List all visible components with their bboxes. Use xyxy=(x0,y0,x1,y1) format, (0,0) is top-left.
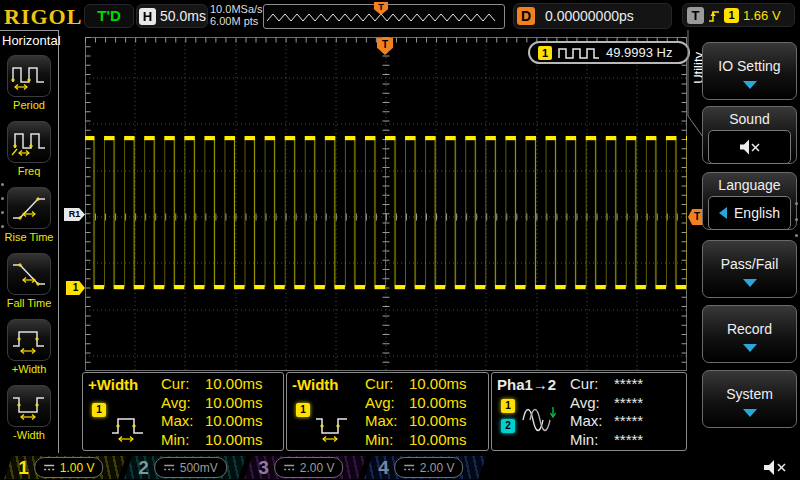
sample-rate: 10.0MSa/s xyxy=(210,3,263,15)
menu-item-rise-time[interactable]: Rise Time xyxy=(0,187,58,243)
softkey-record[interactable]: Record xyxy=(702,305,797,363)
acquisition-info: 10.0MSa/s 6.00M pts xyxy=(210,3,263,27)
menu-item-period[interactable]: Period xyxy=(0,55,58,111)
softkey-system[interactable]: System xyxy=(702,370,797,428)
softkey-sound[interactable]: Sound xyxy=(702,106,797,164)
channel1-badge: 1 xyxy=(501,399,515,413)
plus-width-icon xyxy=(111,413,147,443)
channel-4-scale: 2.00 V xyxy=(420,461,455,475)
timebase-value: 50.0ms xyxy=(160,8,206,24)
reference-r1-marker[interactable]: R1 xyxy=(64,208,85,221)
horizontal-measure-menu: Horizontal Period Freq xyxy=(0,30,59,453)
trigger-status-badge: T'D xyxy=(84,4,134,28)
left-menu-title: Horizontal xyxy=(0,31,58,48)
fall-time-icon xyxy=(11,260,47,288)
chevron-down-icon xyxy=(743,409,757,417)
trigger-level-marker[interactable]: T xyxy=(688,209,703,225)
measurement-panel-minus-width[interactable]: -Width 1 Cur:10.00ms Avg:10.00ms Max:10.… xyxy=(286,372,489,451)
chevron-left-icon xyxy=(719,207,727,219)
channel-3-status[interactable]: 3 2.00 V xyxy=(244,456,366,479)
dc-coupling-icon xyxy=(163,463,175,472)
channel-2-number: 2 xyxy=(138,457,149,479)
dc-coupling-icon xyxy=(43,463,55,472)
trigger-level-value: 1.66 V xyxy=(743,8,781,23)
freq-counter-value: 49.9993 Hz xyxy=(606,45,673,60)
speaker-muted-icon xyxy=(738,138,762,156)
channel-3-scale: 2.00 V xyxy=(300,461,335,475)
rising-edge-icon xyxy=(708,8,720,23)
plus-width-icon xyxy=(11,326,47,354)
trigger-source-badge: 1 xyxy=(724,8,739,23)
horizontal-timebase-display[interactable]: H 50.0ms xyxy=(136,4,208,28)
menu-item-fall-time[interactable]: Fall Time xyxy=(0,253,58,309)
channel-4-number: 4 xyxy=(378,457,389,479)
graticule-area xyxy=(85,37,687,371)
phase-icon xyxy=(520,403,558,433)
freq-counter-channel-badge: 1 xyxy=(538,46,552,60)
trigger-settings-display[interactable]: T 1 1.66 V xyxy=(682,3,795,27)
delay-value: 0.00000000ps xyxy=(545,8,634,24)
channel-3-number: 3 xyxy=(258,457,269,479)
trigger-icon: T xyxy=(687,7,704,24)
freq-icon xyxy=(11,128,47,156)
channel-1-number: 1 xyxy=(18,457,29,479)
channel1-badge: 1 xyxy=(92,403,106,417)
channel-2-status[interactable]: 2 500mV xyxy=(124,456,246,479)
speaker-muted-icon xyxy=(762,458,788,477)
channel-2-scale: 500mV xyxy=(180,461,218,475)
graticule xyxy=(85,37,687,371)
channel-1-scale: 1.00 V xyxy=(60,461,95,475)
chevron-down-icon xyxy=(743,344,757,352)
language-value: English xyxy=(734,205,780,221)
dc-coupling-icon xyxy=(403,463,415,472)
minus-width-icon xyxy=(11,392,47,420)
channel2-badge: 2 xyxy=(501,419,515,433)
channel1-badge: 1 xyxy=(296,403,310,417)
softkey-io-setting[interactable]: IO Setting xyxy=(702,42,797,100)
chevron-down-icon xyxy=(743,279,757,287)
dc-coupling-icon xyxy=(283,463,295,472)
channel1-waveform xyxy=(85,37,687,371)
channel-status-bar: 1 1.00 V 2 500mV xyxy=(0,455,800,480)
oscilloscope-screen: RIGOL T'D H 50.0ms 10.0MSa/s 6.00M pts T… xyxy=(0,0,800,480)
frequency-counter: 1 49.9993 Hz xyxy=(528,41,690,64)
rise-time-icon xyxy=(11,194,47,222)
left-menu-page-dots xyxy=(1,183,4,239)
menu-item-freq[interactable]: Freq xyxy=(0,121,58,177)
measurement-panel-phase[interactable]: Pha1→2 1 2 Cur:***** Avg:***** Max:*****… xyxy=(491,372,687,451)
softkey-language[interactable]: Language English xyxy=(702,172,797,230)
delay-display: D 0.00000000ps xyxy=(513,3,672,29)
menu-item-minus-width[interactable]: -Width xyxy=(0,385,58,441)
square-wave-icon xyxy=(558,46,600,60)
h-icon: H xyxy=(139,8,156,25)
delay-icon: D xyxy=(517,7,535,25)
channel1-ground-marker[interactable]: 1 xyxy=(66,281,85,295)
menu-item-plus-width[interactable]: +Width xyxy=(0,319,58,375)
chevron-down-icon xyxy=(743,81,757,89)
softkey-pass-fail[interactable]: Pass/Fail xyxy=(702,240,797,298)
channel-4-status[interactable]: 4 2.00 V xyxy=(364,456,486,479)
period-icon xyxy=(11,62,47,90)
memory-depth: 6.00M pts xyxy=(210,15,263,27)
measurement-panel-plus-width[interactable]: +Width 1 Cur:10.00ms Avg:10.00ms Max:10.… xyxy=(82,372,284,451)
minus-width-icon xyxy=(315,413,351,443)
brand-logo: RIGOL xyxy=(4,4,82,30)
right-menu-page-dots xyxy=(795,202,798,248)
channel-1-status[interactable]: 1 1.00 V xyxy=(4,456,126,479)
